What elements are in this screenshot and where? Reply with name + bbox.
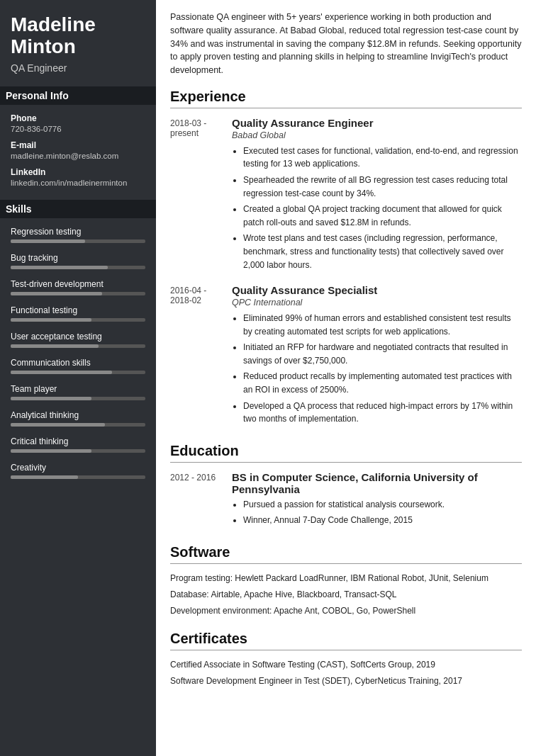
- edu-details: BS in Computer Science, California Unive…: [232, 471, 522, 530]
- bullet-item: Reduced product recalls by implementing …: [243, 370, 522, 396]
- job-title: Quality Assurance Specialist: [232, 284, 522, 296]
- skill-item: User acceptance testing: [11, 332, 145, 348]
- job-date: 2016-04 - 2018-02: [170, 284, 223, 429]
- skill-bar-background: [11, 423, 145, 427]
- edu-bullets: Pursued a passion for statistical analys…: [232, 498, 522, 527]
- skill-bar-fill: [11, 344, 99, 348]
- bullet-item: Spearheaded the rewrite of all BG regres…: [243, 174, 522, 200]
- skill-name: Critical thinking: [11, 436, 145, 446]
- candidate-title: QA Engineer: [11, 62, 145, 74]
- skill-item: Test-driven development: [11, 279, 145, 295]
- jobs-container: 2018-03 - present Quality Assurance Engi…: [170, 117, 522, 429]
- bullet-item: Initiated an RFP for hardware and negoti…: [243, 341, 522, 367]
- skill-name: Communication skills: [11, 358, 145, 368]
- skills-header: Skills: [0, 200, 156, 218]
- education-section: Education 2012 - 2016 BS in Computer Sci…: [170, 443, 522, 530]
- email-value: madleine.minton@reslab.com: [11, 152, 145, 160]
- skill-name: Test-driven development: [11, 279, 145, 289]
- bullet-item: Created a global QA project tracking doc…: [243, 203, 522, 229]
- bullet-item: Developed a QA process that reduced high…: [243, 400, 522, 426]
- skill-bar-fill: [11, 239, 85, 243]
- job-bullets: Eliminated 99% of human errors and estab…: [232, 312, 522, 426]
- job-title: Quality Assurance Engineer: [232, 117, 522, 129]
- software-line: Database: Airtable, Apache Hive, Blackbo…: [170, 589, 522, 601]
- skill-item: Functional testing: [11, 305, 145, 322]
- skill-bar-background: [11, 292, 145, 295]
- software-line: Program testing: Hewlett Packard LoadRun…: [170, 572, 522, 585]
- skill-bar-fill: [11, 397, 91, 400]
- skill-bar-background: [11, 266, 145, 269]
- edu-degree: BS in Computer Science, California Unive…: [232, 471, 522, 495]
- skill-item: Communication skills: [11, 358, 145, 374]
- skill-bar-background: [11, 239, 145, 243]
- job-row: 2018-03 - present Quality Assurance Engi…: [170, 117, 522, 274]
- experience-section: Experience 2018-03 - present Quality Ass…: [170, 89, 522, 429]
- bullet-item: Wrote test plans and test cases (includi…: [243, 232, 522, 271]
- summary-text: Passionate QA engineer with 5+ years' ex…: [170, 11, 522, 77]
- certs-section: Certificates Certified Associate in Soft…: [170, 631, 522, 687]
- email-label: E-mail: [11, 140, 145, 150]
- edu-date: 2012 - 2016: [170, 471, 223, 530]
- skill-name: Analytical thinking: [11, 410, 145, 420]
- personal-info-header: Personal Info: [0, 86, 156, 105]
- edu-row: 2012 - 2016 BS in Computer Science, Cali…: [170, 471, 522, 530]
- job-company: QPC International: [232, 298, 522, 308]
- certs-title: Certificates: [170, 631, 522, 650]
- skill-bar-fill: [11, 371, 112, 374]
- skill-bar-background: [11, 371, 145, 374]
- last-name: Minton: [11, 35, 76, 57]
- skill-bar-background: [11, 475, 145, 479]
- skills-section: Regression testing Bug tracking Test-dri…: [11, 227, 145, 479]
- skill-bar-background: [11, 344, 145, 348]
- skill-item: Bug tracking: [11, 253, 145, 269]
- skill-name: Bug tracking: [11, 253, 145, 263]
- bullet-item: Eliminated 99% of human errors and estab…: [243, 312, 522, 338]
- phone-label: Phone: [11, 113, 145, 123]
- education-title: Education: [170, 443, 522, 463]
- skill-bar-background: [11, 397, 145, 400]
- skill-item: Team player: [11, 384, 145, 400]
- skill-name: Functional testing: [11, 305, 145, 315]
- job-date: 2018-03 - present: [170, 117, 223, 274]
- skill-bar-fill: [11, 318, 91, 322]
- certs-container: Certified Associate in Software Testing …: [170, 659, 522, 687]
- skill-bar-fill: [11, 266, 108, 269]
- candidate-name: Madeline Minton: [11, 14, 145, 58]
- main-content: Passionate QA engineer with 5+ years' ex…: [156, 0, 536, 756]
- software-section: Software Program testing: Hewlett Packar…: [170, 544, 522, 616]
- software-title: Software: [170, 544, 522, 564]
- skill-item: Creativity: [11, 463, 145, 479]
- skill-bar-fill: [11, 475, 78, 479]
- cert-item: Certified Associate in Software Testing …: [170, 659, 522, 671]
- skill-bar-fill: [11, 423, 105, 427]
- first-name: Madeline: [11, 13, 96, 35]
- skill-name: Regression testing: [11, 227, 145, 237]
- linkedin-value: linkedin.com/in/madleinerminton: [11, 179, 145, 187]
- cert-item: Software Development Engineer in Test (S…: [170, 675, 522, 687]
- experience-title: Experience: [170, 89, 522, 108]
- skill-bar-background: [11, 318, 145, 322]
- job-bullets: Executed test cases for functional, vali…: [232, 145, 522, 271]
- skill-name: Creativity: [11, 463, 145, 473]
- job-details: Quality Assurance Specialist QPC Interna…: [232, 284, 522, 429]
- job-details: Quality Assurance Engineer Babad Global …: [232, 117, 522, 274]
- software-container: Program testing: Hewlett Packard LoadRun…: [170, 572, 522, 616]
- skill-name: User acceptance testing: [11, 332, 145, 342]
- edu-container: 2012 - 2016 BS in Computer Science, Cali…: [170, 471, 522, 530]
- linkedin-label: LinkedIn: [11, 167, 145, 177]
- bullet-item: Pursued a passion for statistical analys…: [243, 498, 522, 512]
- skill-item: Critical thinking: [11, 436, 145, 453]
- skill-item: Regression testing: [11, 227, 145, 243]
- skill-name: Team player: [11, 384, 145, 394]
- software-line: Development environment: Apache Ant, COB…: [170, 605, 522, 617]
- skill-bar-fill: [11, 292, 102, 295]
- skill-item: Analytical thinking: [11, 410, 145, 427]
- job-row: 2016-04 - 2018-02 Quality Assurance Spec…: [170, 284, 522, 429]
- sidebar: Madeline Minton QA Engineer Personal Inf…: [0, 0, 156, 756]
- skill-bar-background: [11, 449, 145, 453]
- job-company: Babad Global: [232, 130, 522, 140]
- bullet-item: Winner, Annual 7-Day Code Challenge, 201…: [243, 514, 522, 527]
- personal-info-block: Phone 720-836-0776 E-mail madleine.minto…: [11, 113, 145, 187]
- skill-bar-fill: [11, 449, 91, 453]
- phone-value: 720-836-0776: [11, 125, 145, 133]
